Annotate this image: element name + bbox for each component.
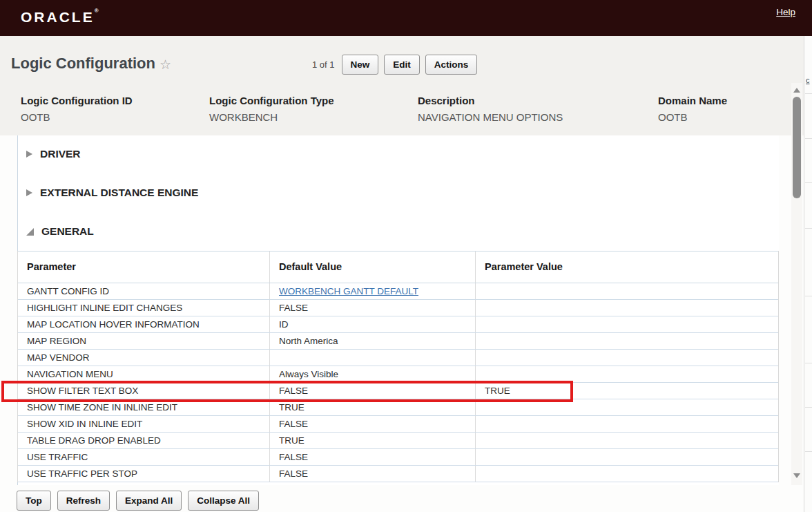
parameter-value-cell	[476, 333, 780, 349]
disclosure-triangle-icon[interactable]	[26, 151, 32, 158]
table-row[interactable]: MAP REGION North America	[18, 333, 778, 350]
default-value-cell[interactable]: FALSE	[270, 416, 476, 432]
footer-button[interactable]: Refresh	[57, 491, 110, 511]
field-value: WORKBENCH	[209, 111, 334, 123]
table-row[interactable]: NAVIGATION MENU Always Visible	[18, 366, 778, 383]
parameter-cell: SHOW TIME ZONE IN INLINE EDIT	[18, 399, 270, 415]
column-header-default-value: Default Value	[270, 252, 476, 283]
oracle-logo: ORACLE®	[21, 9, 99, 26]
section-header[interactable]: GENERAL	[26, 222, 94, 241]
header-button-group: New Edit Actions	[342, 55, 478, 75]
edge-artifact-line	[805, 228, 812, 229]
parameter-value-cell	[476, 300, 780, 316]
parameter-value-cell	[476, 316, 780, 332]
default-value-cell[interactable]: ID	[270, 316, 476, 332]
scroll-down-arrow-icon[interactable]	[793, 473, 800, 478]
table-body: GANTT CONFIG ID WORKBENCH GANTT DEFAULT …	[18, 283, 778, 482]
parameter-cell: NAVIGATION MENU	[18, 366, 270, 382]
parameter-cell: MAP VENDOR	[18, 350, 270, 366]
parameter-cell: USE TRAFFIC	[18, 449, 270, 465]
table-row[interactable]: TABLE DRAG DROP ENABLED TRUE	[18, 433, 778, 449]
parameter-cell: MAP LOCATION HOVER INFORMATION	[18, 316, 270, 332]
record-toolbar: 1 of 1 New Edit Actions	[312, 55, 477, 75]
parameter-value-cell	[476, 466, 780, 482]
parameter-value-cell	[476, 449, 780, 465]
default-value-cell[interactable]: North America	[270, 333, 476, 349]
footer-button[interactable]: Collapse All	[188, 491, 259, 511]
table-row[interactable]: MAP LOCATION HOVER INFORMATION ID	[18, 316, 778, 333]
toolbar-button[interactable]: New	[342, 55, 379, 75]
default-value-cell[interactable]: FALSE	[270, 449, 476, 465]
record-count: 1 of 1	[312, 59, 335, 70]
registered-mark: ®	[95, 8, 99, 14]
default-value-cell[interactable]: FALSE	[270, 300, 476, 316]
table-row[interactable]: HIGHLIGHT INLINE EDIT CHANGES FALSE	[18, 300, 778, 316]
section-label: DRIVER	[40, 148, 81, 160]
field-value: OOTB	[658, 111, 727, 123]
default-value-cell[interactable]: TRUE	[270, 433, 476, 448]
edge-artifact-line	[805, 407, 812, 408]
default-value-cell[interactable]: FALSE	[270, 383, 476, 399]
column-header-parameter: Parameter	[18, 252, 270, 283]
parameter-cell: SHOW XID IN INLINE EDIT	[18, 416, 270, 432]
parameter-cell: SHOW FILTER TEXT BOX	[18, 383, 270, 399]
table-row[interactable]: SHOW FILTER TEXT BOX FALSE TRUE	[18, 383, 778, 399]
field-logic-configuration-id: Logic Configuration ID OOTB	[21, 95, 133, 123]
edge-artifact-line	[805, 363, 812, 363]
clipped-page-edge: c	[804, 36, 812, 512]
footer-button[interactable]: Expand All	[116, 491, 182, 511]
edge-artifact-line	[805, 138, 812, 139]
table-row[interactable]: SHOW TIME ZONE IN INLINE EDIT TRUE	[18, 399, 778, 416]
edge-artifact-line	[805, 296, 812, 296]
parameter-value-cell	[476, 433, 780, 448]
scroll-up-arrow-icon[interactable]	[793, 88, 800, 93]
favorite-star-icon[interactable]: ☆	[160, 57, 171, 73]
parameter-value-cell	[476, 350, 780, 366]
edge-artifact-line	[805, 93, 812, 94]
section-label: GENERAL	[41, 225, 94, 238]
table-row[interactable]: USE TRAFFIC PER STOP FALSE	[18, 466, 778, 482]
parameter-cell: USE TRAFFIC PER STOP	[18, 466, 270, 482]
table-row[interactable]: USE TRAFFIC FALSE	[18, 449, 778, 466]
disclosure-triangle-icon[interactable]	[26, 228, 34, 236]
table-row[interactable]: GANTT CONFIG ID WORKBENCH GANTT DEFAULT	[18, 283, 778, 300]
field-description: Description NAVIGATION MENU OPTIONS	[418, 95, 563, 123]
scrollbar-thumb[interactable]	[793, 97, 801, 198]
field-value: OOTB	[21, 111, 133, 123]
section-label: EXTERNAL DISTANCE ENGINE	[40, 187, 198, 199]
disclosure-triangle-icon[interactable]	[26, 189, 32, 196]
section-header[interactable]: DRIVER	[26, 144, 81, 164]
footer-button[interactable]: Top	[17, 491, 51, 511]
edge-artifact-line	[805, 182, 812, 183]
field-value: NAVIGATION MENU OPTIONS	[418, 111, 563, 123]
default-value-cell[interactable]: TRUE	[270, 399, 476, 415]
vertical-scrollbar[interactable]	[791, 83, 802, 485]
column-header-parameter-value: Parameter Value	[476, 252, 780, 283]
parameter-cell: HIGHLIGHT INLINE EDIT CHANGES	[18, 300, 270, 316]
default-value-cell[interactable]: FALSE	[270, 466, 476, 482]
app-header-bar: ORACLE® Help	[0, 0, 812, 36]
default-value-cell[interactable]: WORKBENCH GANTT DEFAULT	[270, 283, 476, 299]
clipped-edge-text: c	[806, 76, 810, 84]
table-header-row: Parameter Default Value Parameter Value	[18, 251, 778, 283]
parameter-cell: MAP REGION	[18, 333, 270, 349]
field-label: Logic Configuration ID	[21, 95, 133, 106]
toolbar-button[interactable]: Edit	[384, 55, 420, 75]
parameter-cell: TABLE DRAG DROP ENABLED	[18, 433, 270, 448]
field-label: Description	[418, 95, 563, 106]
toolbar-button[interactable]: Actions	[425, 55, 478, 75]
parameter-cell: GANTT CONFIG ID	[18, 283, 270, 299]
footer-toolbar: Top Refresh Expand All Collapse All	[17, 491, 259, 511]
table-row[interactable]: SHOW XID IN INLINE EDIT FALSE	[18, 416, 778, 433]
section-header[interactable]: EXTERNAL DISTANCE ENGINE	[26, 183, 198, 202]
parameter-value-cell	[476, 366, 780, 382]
page-title: Logic Configuration	[11, 55, 155, 73]
field-label: Logic Configuration Type	[209, 95, 334, 106]
default-value-cell[interactable]: Always Visible	[270, 366, 476, 382]
parameter-value-cell	[476, 416, 780, 432]
table-row[interactable]: MAP VENDOR	[18, 350, 778, 366]
default-value-cell[interactable]	[270, 350, 476, 366]
help-link[interactable]: Help	[776, 7, 795, 17]
parameter-value-cell	[476, 283, 780, 299]
field-domain-name: Domain Name OOTB	[658, 95, 727, 123]
